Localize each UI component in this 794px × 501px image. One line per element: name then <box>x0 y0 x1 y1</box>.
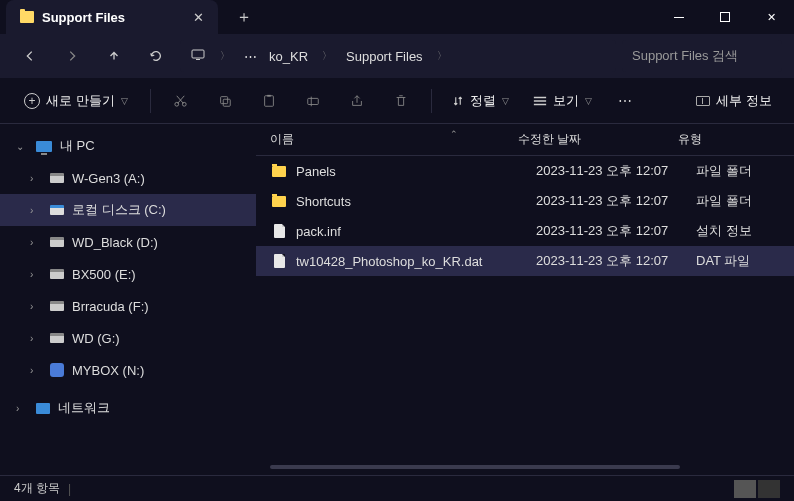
tree-item-drive[interactable]: ›BX500 (E:) <box>0 258 256 290</box>
close-tab-button[interactable]: ✕ <box>193 10 204 25</box>
share-button[interactable] <box>339 85 375 117</box>
file-row[interactable]: tw10428_Photoshop_ko_KR.dat2023-11-23 오후… <box>256 246 794 276</box>
chevron-right-icon: › <box>30 301 42 312</box>
column-name[interactable]: 이름 ⌃ <box>270 131 518 148</box>
chevron-right-icon: › <box>30 333 42 344</box>
tree-label: Brracuda (F:) <box>72 299 149 314</box>
svg-rect-10 <box>307 98 318 104</box>
file-name: Panels <box>296 164 536 179</box>
chevron-right-icon: 〉 <box>214 49 236 63</box>
breadcrumb-item[interactable]: ko_KR <box>265 47 312 66</box>
pc-icon[interactable] <box>186 40 210 72</box>
tree-item-drive[interactable]: ›로컬 디스크 (C:) <box>0 194 256 226</box>
svg-rect-0 <box>674 17 684 18</box>
sort-indicator-icon: ⌃ <box>450 129 458 139</box>
plus-circle-icon: + <box>24 93 40 109</box>
tree-item-drive[interactable]: ›WD_Black (D:) <box>0 226 256 258</box>
close-button[interactable]: ✕ <box>748 0 794 34</box>
up-button[interactable] <box>96 40 132 72</box>
new-tab-button[interactable]: ＋ <box>236 7 252 28</box>
tree-item-pc[interactable]: ⌄ 내 PC <box>0 130 256 162</box>
disk-icon <box>50 205 64 215</box>
chevron-down-icon: ▽ <box>585 96 592 106</box>
chevron-right-icon: 〉 <box>431 49 453 63</box>
tab-title: Support Files <box>42 10 125 25</box>
breadcrumb-dots[interactable]: ⋯ <box>240 47 261 66</box>
details-label: 세부 정보 <box>716 92 772 110</box>
svg-rect-1 <box>721 13 730 22</box>
tree-item-drive[interactable]: ›WD (G:) <box>0 322 256 354</box>
network-icon <box>36 403 50 414</box>
tree-item-drive[interactable]: ›W-Gen3 (A:) <box>0 162 256 194</box>
file-list: 이름 ⌃ 수정한 날짜 유형 Panels2023-11-23 오후 12:07… <box>256 124 794 475</box>
copy-button[interactable] <box>207 85 243 117</box>
tree-label: WD_Black (D:) <box>72 235 158 250</box>
file-icon <box>274 224 285 238</box>
view-details-toggle[interactable] <box>734 480 756 498</box>
forward-button[interactable] <box>54 40 90 72</box>
file-type: 파일 폴더 <box>696 192 786 210</box>
column-type[interactable]: 유형 <box>678 131 768 148</box>
view-thumbnails-toggle[interactable] <box>758 480 780 498</box>
file-name: Shortcuts <box>296 194 536 209</box>
pc-icon <box>36 141 52 152</box>
chevron-right-icon: 〉 <box>316 49 338 63</box>
sort-button[interactable]: 정렬 ▽ <box>444 88 517 114</box>
paste-button[interactable] <box>251 85 287 117</box>
svg-rect-3 <box>196 59 200 60</box>
svg-rect-8 <box>264 95 273 106</box>
horizontal-scrollbar[interactable] <box>270 465 680 469</box>
back-button[interactable] <box>12 40 48 72</box>
file-row[interactable]: pack.inf2023-11-23 오후 12:07설치 정보 <box>256 216 794 246</box>
breadcrumb[interactable]: 〉 ⋯ ko_KR 〉 Support Files 〉 <box>180 40 616 72</box>
file-name: tw10428_Photoshop_ko_KR.dat <box>296 254 536 269</box>
chevron-right-icon: › <box>30 365 42 376</box>
chevron-right-icon: › <box>30 237 42 248</box>
chevron-right-icon: › <box>16 403 28 414</box>
maximize-button[interactable] <box>702 0 748 34</box>
chevron-down-icon: ▽ <box>121 96 128 106</box>
chevron-down-icon: ▽ <box>502 96 509 106</box>
refresh-button[interactable] <box>138 40 174 72</box>
tree-item-mybox[interactable]: › MYBOX (N:) <box>0 354 256 386</box>
view-label: 보기 <box>553 92 579 110</box>
file-type: DAT 파일 <box>696 252 786 270</box>
chevron-down-icon: ⌄ <box>16 141 28 152</box>
column-date[interactable]: 수정한 날짜 <box>518 131 678 148</box>
more-button[interactable]: ⋯ <box>608 85 644 117</box>
breadcrumb-item[interactable]: Support Files <box>342 47 427 66</box>
tab-active[interactable]: Support Files ✕ <box>6 0 218 34</box>
sort-label: 정렬 <box>470 92 496 110</box>
status-count: 4개 항목 <box>14 480 60 497</box>
tree-label: 내 PC <box>60 137 95 155</box>
sort-icon <box>452 95 464 107</box>
details-pane-button[interactable]: 세부 정보 <box>688 88 780 114</box>
tree-item-drive[interactable]: ›Brracuda (F:) <box>0 290 256 322</box>
tree-label: BX500 (E:) <box>72 267 136 282</box>
view-button[interactable]: 보기 ▽ <box>525 88 600 114</box>
cut-button[interactable] <box>163 85 199 117</box>
separator: | <box>68 482 71 496</box>
file-row[interactable]: Panels2023-11-23 오후 12:07파일 폴더 <box>256 156 794 186</box>
new-label: 새로 만들기 <box>46 92 115 110</box>
minimize-button[interactable] <box>656 0 702 34</box>
svg-rect-9 <box>267 94 271 96</box>
search-input[interactable]: Support Files 검색 <box>622 40 782 72</box>
tree-label: 로컬 디스크 (C:) <box>72 201 166 219</box>
tree-label: W-Gen3 (A:) <box>72 171 145 186</box>
toolbar: + 새로 만들기 ▽ 정렬 ▽ 보기 ▽ ⋯ 세부 정보 <box>0 78 794 124</box>
rename-button[interactable] <box>295 85 331 117</box>
file-icon <box>274 254 285 268</box>
folder-icon <box>272 166 286 177</box>
navbar: 〉 ⋯ ko_KR 〉 Support Files 〉 Support File… <box>0 34 794 78</box>
folder-icon <box>272 196 286 207</box>
window-controls: ✕ <box>656 0 794 34</box>
chevron-right-icon: › <box>30 269 42 280</box>
box-icon <box>50 363 64 377</box>
file-row[interactable]: Shortcuts2023-11-23 오후 12:07파일 폴더 <box>256 186 794 216</box>
tree-item-network[interactable]: › 네트워크 <box>0 392 256 424</box>
new-button[interactable]: + 새로 만들기 ▽ <box>14 86 138 116</box>
tree-label: WD (G:) <box>72 331 120 346</box>
chevron-right-icon: › <box>30 205 42 216</box>
delete-button[interactable] <box>383 85 419 117</box>
